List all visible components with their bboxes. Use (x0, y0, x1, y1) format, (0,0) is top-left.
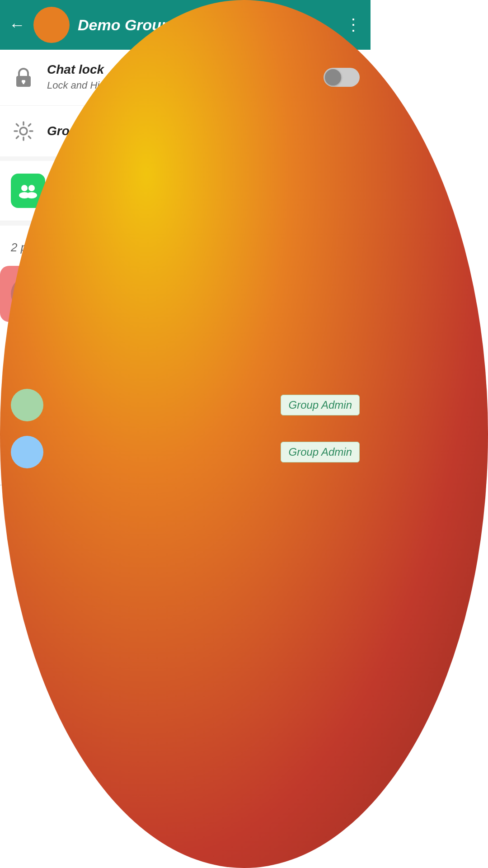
svg-point-7 (26, 192, 37, 198)
participant-info-1: ​ ​ (52, 392, 272, 418)
back-button[interactable]: ← (9, 17, 25, 33)
header: ← Demo Group ⋮ (0, 0, 371, 50)
chat-lock-toggle[interactable] (324, 68, 360, 87)
lock-icon (11, 65, 36, 90)
participant-avatar-2 (11, 436, 43, 468)
participant-item: ​ ​ Group Admin (0, 382, 371, 429)
menu-button[interactable]: ⋮ (345, 17, 361, 33)
participant-status-1: ​ (52, 406, 272, 418)
group-avatar[interactable] (33, 7, 70, 43)
participant-item-2: ​ ​ Group Admin (0, 429, 371, 476)
svg-point-3 (20, 127, 27, 135)
svg-point-5 (28, 185, 35, 191)
participant-info-2: ​ ​ (52, 439, 272, 465)
toggle-knob (325, 69, 341, 85)
gear-icon (11, 118, 36, 144)
svg-rect-2 (23, 82, 24, 84)
group-admin-badge-2: Group Admin (281, 442, 360, 462)
svg-point-4 (21, 185, 28, 191)
participant-avatar-1 (11, 389, 43, 421)
group-admin-badge-1: Group Admin (281, 395, 360, 415)
participant-name-1: ​ (52, 392, 272, 406)
participant-name-2: ​ (52, 439, 272, 453)
participant-status-2: ​ (52, 453, 272, 465)
